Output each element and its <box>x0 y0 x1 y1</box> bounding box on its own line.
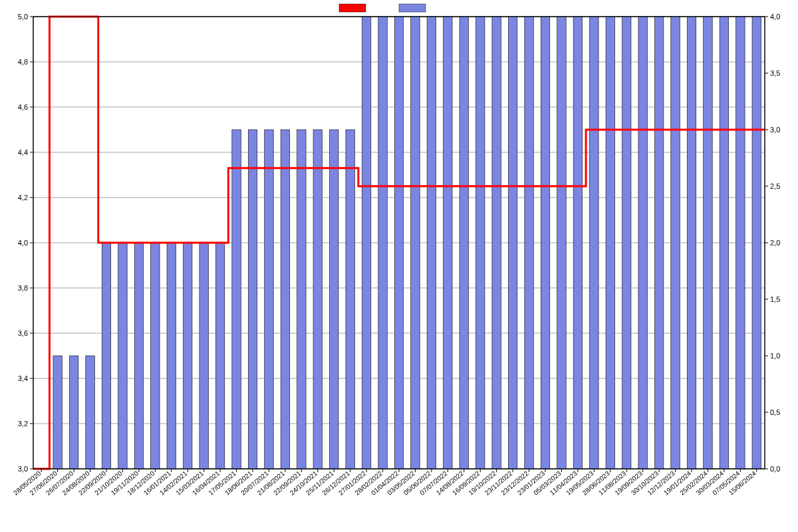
y-right-tick-label: 0,0 <box>770 465 780 473</box>
bar <box>654 17 663 469</box>
bar <box>281 130 289 469</box>
bar <box>541 17 549 469</box>
y-left-tick-label: 5,0 <box>18 13 28 21</box>
y-right-tick-label: 2,5 <box>770 182 780 190</box>
y-left-tick-label: 3,6 <box>18 329 28 337</box>
bar <box>362 17 370 469</box>
bar <box>411 17 420 469</box>
legend-swatch-bar <box>399 4 426 12</box>
bar <box>752 17 761 469</box>
chart-container: 3,03,23,43,63,84,04,24,44,64,85,00,00,51… <box>0 0 798 532</box>
y-left-tick-label: 3,4 <box>18 374 28 382</box>
y-right-tick-label: 2,0 <box>770 239 780 247</box>
y-right-tick-label: 4,0 <box>770 13 780 21</box>
bar <box>557 17 566 469</box>
bar <box>508 17 517 469</box>
bar <box>346 130 354 469</box>
bar <box>232 130 241 469</box>
bar <box>200 243 208 469</box>
bar <box>394 17 403 469</box>
bar <box>638 17 647 469</box>
y-right-tick-label: 3,0 <box>770 126 780 134</box>
legend <box>339 4 426 12</box>
y-right-tick-label: 1,0 <box>770 352 780 360</box>
y-left-tick-label: 3,2 <box>18 420 28 428</box>
y-left-tick-label: 3,8 <box>18 284 28 292</box>
bar <box>102 243 110 469</box>
bar <box>492 17 501 469</box>
bar <box>248 130 257 469</box>
y-left-tick-label: 3,0 <box>18 465 28 473</box>
bar <box>622 17 631 469</box>
bar <box>704 17 712 469</box>
bar <box>606 17 614 469</box>
bar <box>134 243 143 469</box>
bar <box>330 130 338 469</box>
chart-svg: 3,03,23,43,63,84,04,24,44,64,85,00,00,51… <box>0 0 798 532</box>
y-left-tick-label: 4,8 <box>18 58 28 66</box>
bar <box>184 243 192 469</box>
y-left-tick-label: 4,6 <box>18 103 28 111</box>
y-right-tick-label: 0,5 <box>770 408 780 416</box>
y-right-tick-label: 3,5 <box>770 69 780 77</box>
bar <box>476 17 485 469</box>
bar <box>525 17 533 469</box>
y-left-tick-label: 4,0 <box>18 239 28 247</box>
bar <box>313 130 322 469</box>
bar <box>427 17 436 469</box>
y-left-tick-label: 4,4 <box>18 148 28 156</box>
legend-swatch-line <box>339 4 366 12</box>
bar <box>297 130 306 469</box>
bar <box>53 356 62 469</box>
bar <box>86 356 94 469</box>
bar <box>265 130 273 469</box>
bar <box>378 17 387 469</box>
bar <box>118 243 127 469</box>
bar <box>720 17 728 469</box>
bar <box>444 17 452 469</box>
bar <box>167 243 176 469</box>
bar <box>573 17 582 469</box>
bar <box>69 356 78 469</box>
y-right-tick-label: 1,5 <box>770 295 780 303</box>
bar <box>215 243 224 469</box>
bar <box>460 17 468 469</box>
bar <box>687 17 696 469</box>
y-left-tick-label: 4,2 <box>18 194 28 201</box>
bar <box>736 17 745 469</box>
bar <box>151 243 160 469</box>
bar <box>590 17 598 469</box>
bar <box>671 17 680 469</box>
